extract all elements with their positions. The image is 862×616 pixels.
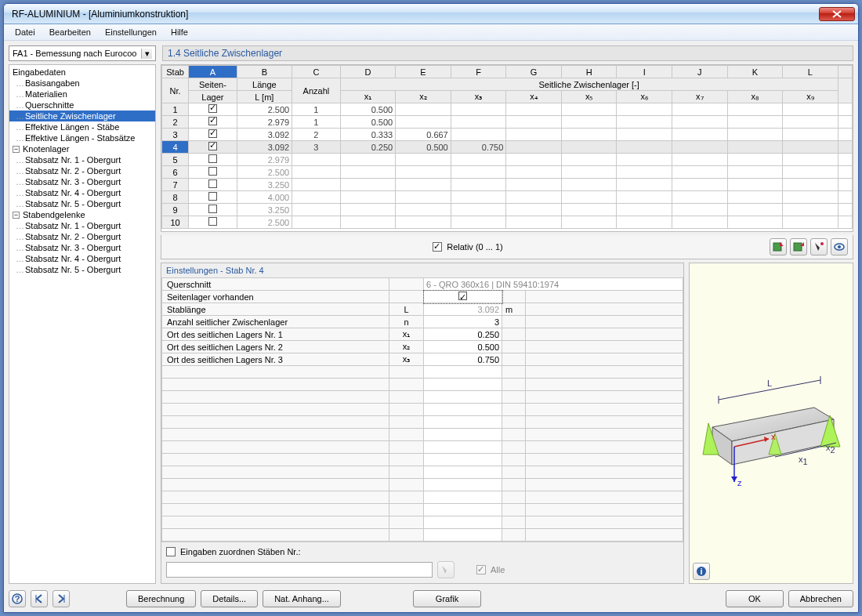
prev-icon[interactable]	[31, 590, 48, 607]
tree-item[interactable]: Stabsatz Nr. 5 - Obergurt	[9, 198, 155, 209]
tree-item[interactable]: Stabsatz Nr. 1 - Obergurt	[9, 154, 155, 165]
relativ-label: Relativ (0 ... 1)	[447, 242, 503, 252]
details-button[interactable]: Details...	[201, 590, 258, 607]
client-area: FA1 - Bemessung nach Eurocoo ▾ 1.4 Seitl…	[4, 41, 858, 612]
tree-item[interactable]: Effektive Längen - Stabsätze	[9, 132, 155, 143]
preview-canvas: L x z x1	[690, 263, 853, 560]
next-icon[interactable]	[53, 590, 70, 607]
view-icon[interactable]	[831, 238, 848, 255]
tree-item[interactable]: Stabsatz Nr. 4 - Obergurt	[9, 253, 155, 264]
tree-item[interactable]: Stabsatz Nr. 3 - Obergurt	[9, 242, 155, 253]
beam-diagram-icon: L x z x1	[697, 333, 846, 490]
main-columns: Eingabedaten Basisangaben Materialien Qu…	[9, 64, 853, 584]
info-icon[interactable]: i	[693, 563, 710, 580]
details-grid[interactable]: Querschnitt6 - QRO 360x16 | DIN 59410:19…	[161, 277, 683, 542]
assign-checkbox[interactable]	[166, 547, 176, 556]
tree-item[interactable]: Basisangaben	[9, 78, 155, 89]
main-table[interactable]: StabABCDEFGHIJKLNr.Seiten-LängeAnzahlSei…	[161, 64, 853, 232]
tree-item-selected[interactable]: Seitliche Zwischenlager	[9, 111, 155, 121]
preview-panel: L x z x1	[689, 263, 853, 584]
svg-point-2	[820, 242, 824, 245]
nat-anhang-button[interactable]: Nat. Anhang...	[263, 590, 341, 607]
panel-title: 1.4 Seitliche Zwischenlager	[162, 45, 853, 61]
tree-item[interactable]: Stabsatz Nr. 2 - Obergurt	[9, 165, 155, 176]
tree-item[interactable]: Stabsatz Nr. 4 - Obergurt	[9, 187, 155, 198]
svg-text:x1: x1	[799, 455, 808, 466]
menubar: Datei Bearbeiten Einstellungen Hilfe	[4, 24, 858, 41]
details-panel: Einstellungen - Stab Nr. 4 Querschnitt6 …	[161, 263, 684, 584]
menu-einstellungen[interactable]: Einstellungen	[99, 26, 163, 38]
mid-row: Einstellungen - Stab Nr. 4 Querschnitt6 …	[161, 263, 853, 584]
pick-members-icon[interactable]	[437, 561, 455, 578]
excel-import-icon[interactable]	[790, 238, 807, 255]
tree-item[interactable]: Effektive Längen - Stäbe	[9, 121, 155, 132]
alle-label: Alle	[491, 565, 505, 574]
titlebar: RF-ALUMINIUM - [Aluminiumkonstruktion]	[4, 4, 858, 24]
toolbar-row: Relativ (0 ... 1)	[161, 235, 853, 259]
details-bottom: Eingaben zuordnen Stäben Nr.: Alle	[161, 542, 683, 583]
berechnung-button[interactable]: Berechnung	[126, 590, 196, 607]
tree-group-knoten[interactable]: −Knotenlager	[9, 143, 155, 154]
abbrechen-button[interactable]: Abbrechen	[788, 590, 853, 607]
alle-checkbox[interactable]	[476, 565, 486, 574]
svg-rect-1	[794, 243, 802, 251]
grafik-button[interactable]: Grafik	[413, 590, 481, 607]
menu-bearbeiten[interactable]: Bearbeiten	[43, 26, 97, 38]
topbar: FA1 - Bemessung nach Eurocoo ▾ 1.4 Seitl…	[9, 45, 853, 61]
excel-export-icon[interactable]	[770, 238, 787, 255]
footer: ? Berechnung Details... Nat. Anhang... G…	[9, 587, 853, 607]
menu-datei[interactable]: Datei	[9, 26, 42, 38]
assign-input[interactable]	[166, 562, 433, 578]
svg-text:x2: x2	[826, 443, 835, 455]
right-column: StabABCDEFGHIJKLNr.Seiten-LängeAnzahlSei…	[161, 64, 853, 584]
tree-group-stabend[interactable]: −Stabendgelenke	[9, 209, 155, 220]
ok-button[interactable]: OK	[726, 590, 784, 607]
svg-text:x: x	[771, 432, 776, 441]
loadcase-combo[interactable]: FA1 - Bemessung nach Eurocoo ▾	[9, 45, 156, 61]
tree-item[interactable]: Materialien	[9, 89, 155, 100]
svg-text:?: ?	[15, 594, 20, 603]
close-button[interactable]	[819, 7, 855, 21]
svg-marker-16	[731, 476, 737, 482]
tree-item[interactable]: Stabsatz Nr. 5 - Obergurt	[9, 264, 155, 275]
pick-icon[interactable]	[810, 238, 828, 255]
menu-hilfe[interactable]: Hilfe	[165, 26, 194, 38]
tree-item[interactable]: Stabsatz Nr. 2 - Obergurt	[9, 231, 155, 242]
app-window: RF-ALUMINIUM - [Aluminiumkonstruktion] D…	[3, 3, 859, 613]
svg-text:z: z	[737, 478, 742, 487]
data-grid: StabABCDEFGHIJKLNr.Seiten-LängeAnzahlSei…	[161, 65, 853, 229]
nav-tree[interactable]: Eingabedaten Basisangaben Materialien Qu…	[9, 64, 156, 584]
relativ-checkbox[interactable]	[433, 242, 442, 252]
svg-point-4	[838, 245, 841, 248]
svg-text:L: L	[767, 379, 772, 388]
tree-root[interactable]: Eingabedaten	[9, 67, 155, 78]
svg-text:i: i	[700, 567, 702, 576]
window-title: RF-ALUMINIUM - [Aluminiumkonstruktion]	[12, 9, 817, 20]
assign-label: Eingaben zuordnen Stäben Nr.:	[180, 547, 301, 556]
tree-item[interactable]: Querschnitte	[9, 100, 155, 111]
help-icon[interactable]: ?	[9, 590, 26, 607]
chevron-down-icon: ▾	[141, 49, 152, 59]
tree-item[interactable]: Stabsatz Nr. 1 - Obergurt	[9, 220, 155, 231]
tree-item[interactable]: Stabsatz Nr. 3 - Obergurt	[9, 176, 155, 187]
details-title: Einstellungen - Stab Nr. 4	[161, 263, 683, 277]
